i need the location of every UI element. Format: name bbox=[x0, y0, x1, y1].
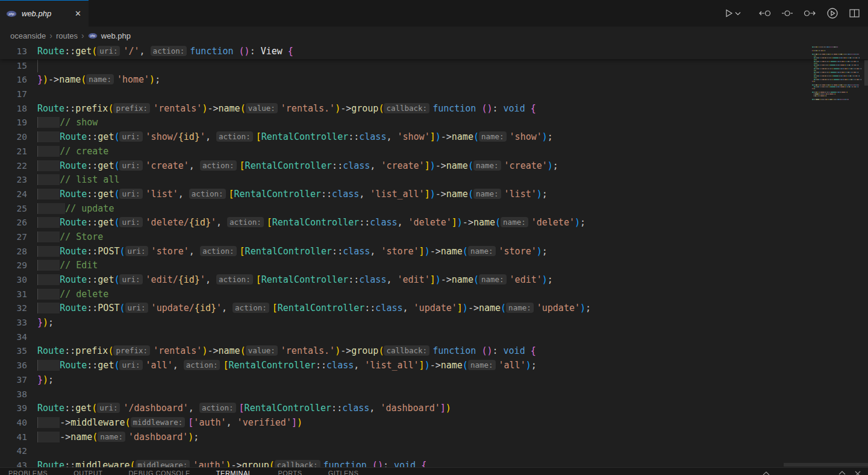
panel-close-icon[interactable] bbox=[854, 469, 862, 475]
code-line-25[interactable]: 25 // update bbox=[0, 202, 868, 216]
minimap-token bbox=[845, 68, 847, 69]
minimap-token bbox=[850, 79, 851, 80]
open-changes-prev-icon[interactable] bbox=[759, 8, 771, 18]
code-line-34[interactable]: 34 bbox=[0, 330, 868, 345]
code-token: function bbox=[190, 46, 233, 57]
breadcrumb-item-web-php[interactable]: web.php bbox=[101, 31, 131, 40]
code-token: middleware bbox=[75, 460, 130, 467]
minimap-token bbox=[822, 64, 824, 66]
code-line-33[interactable]: 33}); bbox=[0, 316, 868, 330]
code-line-31[interactable]: 31 // delete bbox=[0, 288, 868, 302]
code-line-30[interactable]: 30 Route::get(uri:'edit/{id}', action:[R… bbox=[0, 273, 868, 288]
tab-web-php[interactable]: php web.php ✕ bbox=[0, 0, 89, 27]
minimap-token bbox=[845, 86, 846, 87]
code-line-42[interactable]: 42 bbox=[0, 444, 868, 459]
minimap-token bbox=[826, 72, 829, 73]
inlay-hint: prefix: bbox=[113, 345, 150, 356]
inlay-hint: name: bbox=[473, 160, 501, 171]
vertical-scrollbar[interactable] bbox=[864, 60, 868, 86]
inlay-hint: name: bbox=[473, 189, 501, 199]
horizontal-scrollbar[interactable] bbox=[784, 463, 868, 467]
code-line-26[interactable]: 26 Route::get(uri:'delete/{id}', action:… bbox=[0, 216, 868, 230]
code-token bbox=[37, 146, 60, 157]
line-content: Route::POST(uri:'store', action:[RentalC… bbox=[37, 245, 868, 259]
minimap-token bbox=[816, 57, 817, 58]
panel-tab-gitlens[interactable]: GITLENS bbox=[328, 470, 359, 475]
code-line-23[interactable]: 23 // list all bbox=[0, 173, 868, 187]
minimap-line bbox=[812, 88, 866, 89]
open-changes-icon[interactable] bbox=[782, 8, 793, 18]
minimap-token bbox=[851, 68, 852, 69]
code-line-24[interactable]: 24 Route::get(uri:'list', action:[Rental… bbox=[0, 187, 868, 202]
minimap-token bbox=[840, 99, 841, 100]
code-line-15[interactable]: 15 bbox=[0, 59, 868, 74]
minimap-token bbox=[813, 50, 814, 51]
sticky-scroll-line[interactable]: 13Route::get(uri:'/', action:function ()… bbox=[0, 45, 868, 59]
code-line-20[interactable]: 20 Route::get(uri:'show/{id}', action:[R… bbox=[0, 130, 868, 145]
minimap-token bbox=[849, 75, 849, 77]
minimap-token bbox=[825, 95, 825, 96]
code-line-21[interactable]: 21 // create bbox=[0, 145, 868, 159]
minimap[interactable] bbox=[812, 46, 866, 101]
code-token: , bbox=[205, 131, 216, 142]
code-token: ( bbox=[114, 217, 119, 228]
minimap-token bbox=[816, 79, 817, 80]
run-file-icon[interactable] bbox=[826, 7, 838, 19]
code-token: [ bbox=[223, 360, 228, 371]
open-changes-next-icon[interactable] bbox=[804, 8, 816, 18]
code-line-17[interactable]: 17 bbox=[0, 87, 868, 102]
code-line-16[interactable]: 16})->name(name:'home'); bbox=[0, 73, 868, 87]
code-line-38[interactable]: 38 bbox=[0, 388, 868, 402]
code-line-40[interactable]: 40 ->middleware(middleware:['auth', 'ver… bbox=[0, 416, 868, 430]
code-token: RentalController bbox=[234, 189, 322, 200]
minimap-token bbox=[820, 75, 822, 77]
minimap-token bbox=[816, 68, 817, 69]
code-token: RentalController bbox=[278, 303, 365, 313]
code-line-37[interactable]: 37}); bbox=[0, 373, 868, 388]
breadcrumb-item-oceanside[interactable]: oceanside bbox=[10, 31, 46, 40]
minimap-token bbox=[831, 84, 833, 86]
close-icon[interactable]: ✕ bbox=[73, 9, 83, 18]
panel-chevron-icon[interactable] bbox=[762, 469, 770, 475]
code-line-29[interactable]: 29 // Edit bbox=[0, 259, 868, 273]
code-line-22[interactable]: 22 Route::get(uri:'create', action:[Rent… bbox=[0, 159, 868, 174]
code-line-36[interactable]: 36 Route::get(uri:'all', action:[RentalC… bbox=[0, 359, 868, 373]
minimap-token bbox=[854, 54, 855, 55]
code-line-13[interactable]: 13Route::get(uri:'/', action:function ()… bbox=[0, 45, 868, 59]
panel-tab-problems[interactable]: PROBLEMS bbox=[8, 470, 48, 475]
panel-tab-terminal[interactable]: TERMINAL bbox=[216, 470, 252, 475]
code-line-28[interactable]: 28 Route::POST(uri:'store', action:[Rent… bbox=[0, 245, 868, 259]
inlay-hint: uri: bbox=[97, 403, 120, 413]
inlay-hint: uri: bbox=[119, 189, 142, 199]
code-line-32[interactable]: 32 Route::POST(uri:'update/{id}', action… bbox=[0, 301, 868, 316]
code-token: :: bbox=[87, 131, 98, 142]
code-line-43[interactable]: 43Route::middleware(middleware:'auth')->… bbox=[0, 459, 868, 467]
code-line-39[interactable]: 39Route::get(uri:'/dashboard', action:[R… bbox=[0, 401, 868, 416]
minimap-token bbox=[853, 84, 854, 86]
code-token: name bbox=[441, 246, 463, 257]
code-line-19[interactable]: 19 // show bbox=[0, 116, 868, 130]
code-token: [ bbox=[272, 303, 278, 313]
line-number: 15 bbox=[0, 59, 37, 74]
code-line-18[interactable]: 18Route::prefix(prefix:'rentals')->name(… bbox=[0, 102, 868, 116]
panel-maximize-icon[interactable] bbox=[838, 469, 846, 475]
code-line-41[interactable]: 41 ->name(name:'dashboard'); bbox=[0, 430, 868, 445]
panel-tab-output[interactable]: OUTPUT bbox=[73, 470, 102, 475]
code-line-35[interactable]: 35Route::prefix(prefix:'rentals')->name(… bbox=[0, 344, 868, 359]
code-token: RentalController bbox=[245, 160, 333, 171]
split-editor-icon[interactable] bbox=[849, 8, 860, 18]
code-token: 'list' bbox=[146, 189, 178, 200]
minimap-token bbox=[814, 75, 816, 77]
code-token: ' bbox=[216, 303, 222, 313]
code-token: : bbox=[250, 46, 261, 57]
code-token: 'auth' bbox=[193, 460, 225, 467]
code-token: function bbox=[432, 345, 476, 356]
panel-tab-ports[interactable]: PORTS bbox=[278, 470, 302, 475]
run-button[interactable] bbox=[724, 8, 742, 18]
code-editor[interactable]: 13Route::get(uri:'/', action:function ()… bbox=[0, 45, 868, 467]
panel-tab-debug-console[interactable]: DEBUG CONSOLE bbox=[128, 470, 190, 475]
code-line-27[interactable]: 27 // Store bbox=[0, 230, 868, 245]
breadcrumb-item-routes[interactable]: routes bbox=[56, 31, 78, 40]
line-content: // Edit bbox=[37, 259, 868, 273]
minimap-line bbox=[812, 92, 866, 93]
